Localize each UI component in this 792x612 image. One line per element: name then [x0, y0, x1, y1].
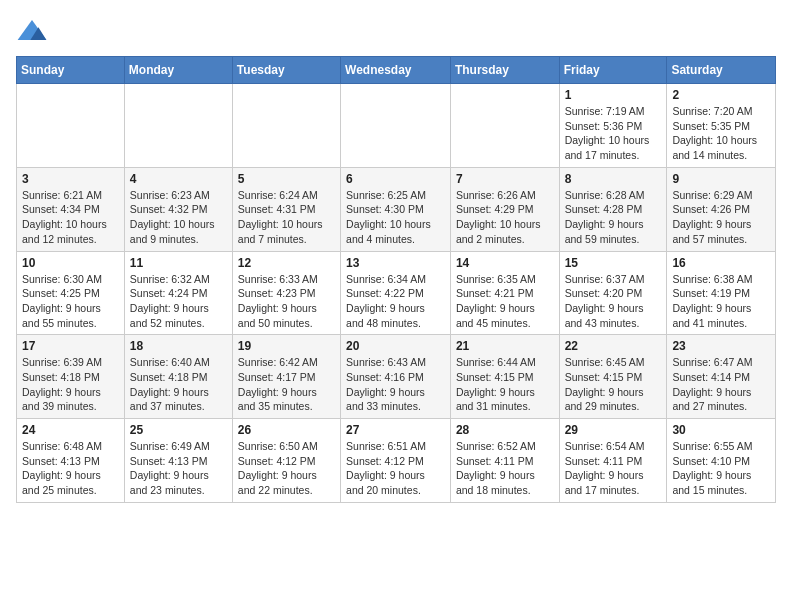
- calendar-cell: [124, 84, 232, 168]
- calendar-cell: 15Sunrise: 6:37 AM Sunset: 4:20 PM Dayli…: [559, 251, 667, 335]
- day-info: Sunrise: 6:23 AM Sunset: 4:32 PM Dayligh…: [130, 188, 227, 247]
- calendar-cell: 28Sunrise: 6:52 AM Sunset: 4:11 PM Dayli…: [450, 419, 559, 503]
- day-number: 22: [565, 339, 662, 353]
- day-info: Sunrise: 6:32 AM Sunset: 4:24 PM Dayligh…: [130, 272, 227, 331]
- day-info: Sunrise: 6:52 AM Sunset: 4:11 PM Dayligh…: [456, 439, 554, 498]
- day-info: Sunrise: 6:42 AM Sunset: 4:17 PM Dayligh…: [238, 355, 335, 414]
- day-info: Sunrise: 6:38 AM Sunset: 4:19 PM Dayligh…: [672, 272, 770, 331]
- day-number: 1: [565, 88, 662, 102]
- day-number: 25: [130, 423, 227, 437]
- day-number: 12: [238, 256, 335, 270]
- calendar-cell: [232, 84, 340, 168]
- day-info: Sunrise: 7:20 AM Sunset: 5:35 PM Dayligh…: [672, 104, 770, 163]
- calendar-header-friday: Friday: [559, 57, 667, 84]
- calendar-cell: 25Sunrise: 6:49 AM Sunset: 4:13 PM Dayli…: [124, 419, 232, 503]
- calendar-cell: 12Sunrise: 6:33 AM Sunset: 4:23 PM Dayli…: [232, 251, 340, 335]
- calendar-cell: 1Sunrise: 7:19 AM Sunset: 5:36 PM Daylig…: [559, 84, 667, 168]
- calendar-cell: 14Sunrise: 6:35 AM Sunset: 4:21 PM Dayli…: [450, 251, 559, 335]
- day-number: 16: [672, 256, 770, 270]
- day-number: 24: [22, 423, 119, 437]
- day-info: Sunrise: 6:47 AM Sunset: 4:14 PM Dayligh…: [672, 355, 770, 414]
- day-number: 10: [22, 256, 119, 270]
- day-number: 2: [672, 88, 770, 102]
- day-info: Sunrise: 6:54 AM Sunset: 4:11 PM Dayligh…: [565, 439, 662, 498]
- day-info: Sunrise: 6:33 AM Sunset: 4:23 PM Dayligh…: [238, 272, 335, 331]
- day-number: 28: [456, 423, 554, 437]
- calendar-cell: 18Sunrise: 6:40 AM Sunset: 4:18 PM Dayli…: [124, 335, 232, 419]
- day-number: 20: [346, 339, 445, 353]
- day-number: 13: [346, 256, 445, 270]
- day-number: 17: [22, 339, 119, 353]
- day-info: Sunrise: 6:37 AM Sunset: 4:20 PM Dayligh…: [565, 272, 662, 331]
- day-info: Sunrise: 6:34 AM Sunset: 4:22 PM Dayligh…: [346, 272, 445, 331]
- calendar-cell: 4Sunrise: 6:23 AM Sunset: 4:32 PM Daylig…: [124, 167, 232, 251]
- calendar-cell: 2Sunrise: 7:20 AM Sunset: 5:35 PM Daylig…: [667, 84, 776, 168]
- calendar-cell: [450, 84, 559, 168]
- day-info: Sunrise: 6:55 AM Sunset: 4:10 PM Dayligh…: [672, 439, 770, 498]
- calendar-cell: 3Sunrise: 6:21 AM Sunset: 4:34 PM Daylig…: [17, 167, 125, 251]
- calendar-week-3: 10Sunrise: 6:30 AM Sunset: 4:25 PM Dayli…: [17, 251, 776, 335]
- calendar-cell: 29Sunrise: 6:54 AM Sunset: 4:11 PM Dayli…: [559, 419, 667, 503]
- calendar-cell: 16Sunrise: 6:38 AM Sunset: 4:19 PM Dayli…: [667, 251, 776, 335]
- calendar-header-sunday: Sunday: [17, 57, 125, 84]
- calendar-cell: 21Sunrise: 6:44 AM Sunset: 4:15 PM Dayli…: [450, 335, 559, 419]
- calendar-cell: 20Sunrise: 6:43 AM Sunset: 4:16 PM Dayli…: [341, 335, 451, 419]
- day-info: Sunrise: 6:44 AM Sunset: 4:15 PM Dayligh…: [456, 355, 554, 414]
- calendar-cell: 13Sunrise: 6:34 AM Sunset: 4:22 PM Dayli…: [341, 251, 451, 335]
- day-info: Sunrise: 6:29 AM Sunset: 4:26 PM Dayligh…: [672, 188, 770, 247]
- calendar-cell: 27Sunrise: 6:51 AM Sunset: 4:12 PM Dayli…: [341, 419, 451, 503]
- calendar-cell: 26Sunrise: 6:50 AM Sunset: 4:12 PM Dayli…: [232, 419, 340, 503]
- day-info: Sunrise: 6:21 AM Sunset: 4:34 PM Dayligh…: [22, 188, 119, 247]
- calendar-cell: 8Sunrise: 6:28 AM Sunset: 4:28 PM Daylig…: [559, 167, 667, 251]
- calendar-cell: [341, 84, 451, 168]
- day-number: 27: [346, 423, 445, 437]
- day-number: 18: [130, 339, 227, 353]
- calendar-header-wednesday: Wednesday: [341, 57, 451, 84]
- calendar-header-row: SundayMondayTuesdayWednesdayThursdayFrid…: [17, 57, 776, 84]
- calendar-header-thursday: Thursday: [450, 57, 559, 84]
- logo-icon: [16, 16, 48, 48]
- calendar-cell: 19Sunrise: 6:42 AM Sunset: 4:17 PM Dayli…: [232, 335, 340, 419]
- day-info: Sunrise: 6:50 AM Sunset: 4:12 PM Dayligh…: [238, 439, 335, 498]
- day-number: 26: [238, 423, 335, 437]
- calendar-cell: 6Sunrise: 6:25 AM Sunset: 4:30 PM Daylig…: [341, 167, 451, 251]
- calendar-header-monday: Monday: [124, 57, 232, 84]
- day-number: 29: [565, 423, 662, 437]
- day-number: 6: [346, 172, 445, 186]
- calendar-cell: 5Sunrise: 6:24 AM Sunset: 4:31 PM Daylig…: [232, 167, 340, 251]
- day-info: Sunrise: 6:35 AM Sunset: 4:21 PM Dayligh…: [456, 272, 554, 331]
- calendar-week-1: 1Sunrise: 7:19 AM Sunset: 5:36 PM Daylig…: [17, 84, 776, 168]
- day-info: Sunrise: 6:25 AM Sunset: 4:30 PM Dayligh…: [346, 188, 445, 247]
- calendar-cell: [17, 84, 125, 168]
- calendar-cell: 7Sunrise: 6:26 AM Sunset: 4:29 PM Daylig…: [450, 167, 559, 251]
- day-number: 8: [565, 172, 662, 186]
- day-info: Sunrise: 6:43 AM Sunset: 4:16 PM Dayligh…: [346, 355, 445, 414]
- calendar: SundayMondayTuesdayWednesdayThursdayFrid…: [16, 56, 776, 503]
- calendar-cell: 11Sunrise: 6:32 AM Sunset: 4:24 PM Dayli…: [124, 251, 232, 335]
- day-info: Sunrise: 6:26 AM Sunset: 4:29 PM Dayligh…: [456, 188, 554, 247]
- day-number: 30: [672, 423, 770, 437]
- calendar-cell: 24Sunrise: 6:48 AM Sunset: 4:13 PM Dayli…: [17, 419, 125, 503]
- day-number: 11: [130, 256, 227, 270]
- day-number: 21: [456, 339, 554, 353]
- calendar-week-4: 17Sunrise: 6:39 AM Sunset: 4:18 PM Dayli…: [17, 335, 776, 419]
- day-number: 7: [456, 172, 554, 186]
- day-number: 19: [238, 339, 335, 353]
- calendar-header-saturday: Saturday: [667, 57, 776, 84]
- calendar-cell: 23Sunrise: 6:47 AM Sunset: 4:14 PM Dayli…: [667, 335, 776, 419]
- day-info: Sunrise: 6:45 AM Sunset: 4:15 PM Dayligh…: [565, 355, 662, 414]
- calendar-cell: 10Sunrise: 6:30 AM Sunset: 4:25 PM Dayli…: [17, 251, 125, 335]
- calendar-week-2: 3Sunrise: 6:21 AM Sunset: 4:34 PM Daylig…: [17, 167, 776, 251]
- day-info: Sunrise: 6:40 AM Sunset: 4:18 PM Dayligh…: [130, 355, 227, 414]
- calendar-cell: 9Sunrise: 6:29 AM Sunset: 4:26 PM Daylig…: [667, 167, 776, 251]
- day-info: Sunrise: 6:28 AM Sunset: 4:28 PM Dayligh…: [565, 188, 662, 247]
- day-number: 9: [672, 172, 770, 186]
- page-header: [16, 16, 776, 48]
- day-info: Sunrise: 6:39 AM Sunset: 4:18 PM Dayligh…: [22, 355, 119, 414]
- calendar-cell: 17Sunrise: 6:39 AM Sunset: 4:18 PM Dayli…: [17, 335, 125, 419]
- day-number: 23: [672, 339, 770, 353]
- calendar-header-tuesday: Tuesday: [232, 57, 340, 84]
- logo: [16, 16, 52, 48]
- day-info: Sunrise: 7:19 AM Sunset: 5:36 PM Dayligh…: [565, 104, 662, 163]
- calendar-cell: 30Sunrise: 6:55 AM Sunset: 4:10 PM Dayli…: [667, 419, 776, 503]
